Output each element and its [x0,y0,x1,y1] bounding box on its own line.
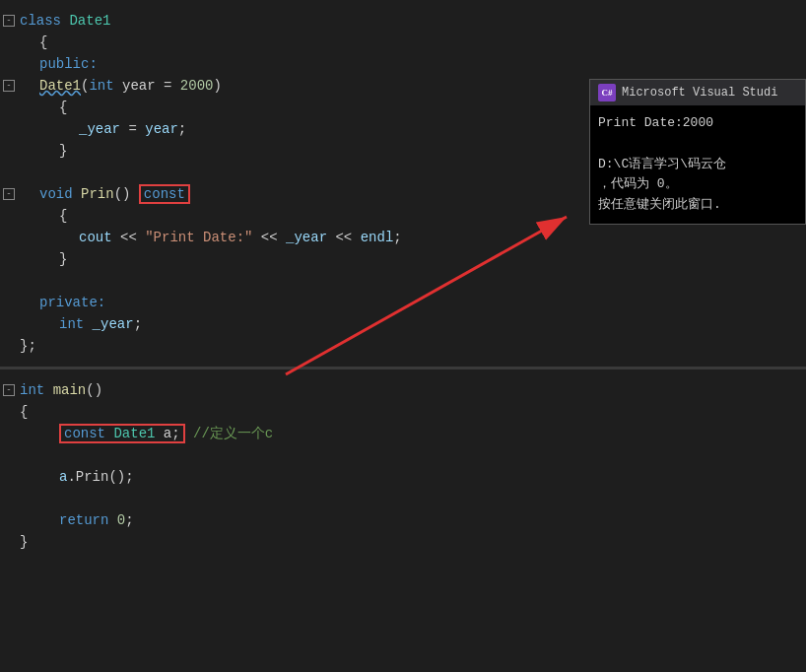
output-line-3: D:\C语言学习\码云仓 [598,155,797,175]
code-line: - int main() [0,379,806,401]
code-text: public: [20,56,98,72]
code-text: void Prin() const [20,186,190,202]
code-line: }; [0,335,806,357]
code-line: int _year; [0,313,806,335]
code-text: } [20,143,67,159]
code-line: const Date1 a; //定义一个c [0,423,806,444]
output-title: Microsoft Visual Studi [622,86,777,100]
code-line [0,444,806,466]
collapse-icon[interactable]: - [0,384,20,396]
collapse-icon[interactable]: - [0,80,20,92]
code-line: a.Prin(); [0,466,806,488]
collapse-icon[interactable]: - [0,15,20,27]
code-text [20,491,67,506]
code-text: } [20,251,67,267]
code-text [20,165,67,180]
code-text: _year = year; [20,121,186,137]
code-line: return 0; [0,509,806,531]
code-line: private: [0,292,806,313]
code-text [20,447,67,463]
code-text: return 0; [20,512,134,528]
code-line: } [0,531,806,553]
output-line-2 [598,134,797,155]
vs-icon: C# [598,84,616,101]
code-line: { [0,401,806,423]
code-text: Date1(int year = 2000) [20,78,222,94]
code-text: { [20,404,28,420]
code-text: const Date1 a; //定义一个c [20,424,273,443]
code-line [0,270,806,292]
editor-area: - class Date1 { public: - Date1(int year… [0,0,806,672]
code-text: { [20,208,67,224]
code-text: private: [20,295,105,310]
code-line: } [0,248,806,270]
code-line: cout << "Print Date:" << _year << endl; [0,227,806,248]
code-text: }; [20,338,36,354]
code-section-bottom: - int main() { const Date1 a; //定义一个c [0,370,806,563]
code-text: int main() [20,382,102,398]
output-window: C# Microsoft Visual Studi Print Date:200… [589,79,806,225]
output-line-5: 按任意键关闭此窗口. [598,195,797,216]
code-text: { [20,34,47,50]
code-text: a.Prin(); [20,469,134,485]
code-text: class Date1 [20,13,110,29]
output-titlebar: C# Microsoft Visual Studi [590,80,805,105]
output-line-4: ，代码为 0。 [598,174,797,195]
output-content: Print Date:2000 D:\C语言学习\码云仓 ，代码为 0。 按任意… [590,105,805,224]
code-line: - class Date1 [0,10,806,32]
code-text: cout << "Print Date:" << _year << endl; [20,230,402,245]
code-line: { [0,32,806,53]
code-text [20,273,67,289]
code-text: int _year; [20,316,142,332]
output-line-1: Print Date:2000 [598,113,797,134]
code-text: { [20,100,67,115]
code-line: public: [0,53,806,75]
code-text: } [20,534,28,550]
collapse-icon[interactable]: - [0,188,20,200]
code-line [0,488,806,509]
